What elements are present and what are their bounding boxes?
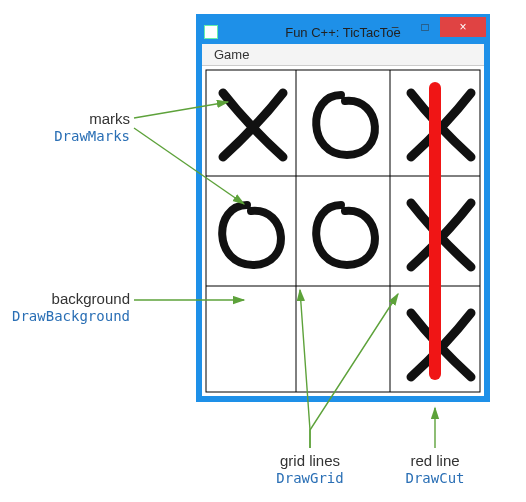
menu-game[interactable]: Game (206, 45, 257, 64)
annot-bg-func: DrawBackground (0, 308, 130, 325)
annot-marks: marks DrawMarks (10, 110, 130, 145)
client-area: Game (202, 44, 484, 396)
annot-gridlines: grid lines DrawGrid (260, 452, 360, 487)
board-svg (202, 66, 484, 396)
annot-grid-label: grid lines (260, 452, 360, 470)
annot-marks-label: marks (10, 110, 130, 128)
close-button[interactable]: × (440, 17, 486, 37)
app-icon (204, 25, 218, 39)
annot-red-label: red line (390, 452, 480, 470)
annot-grid-func: DrawGrid (260, 470, 360, 487)
menu-bar: Game (202, 44, 484, 66)
app-window: Fun C++: TicTacToe – □ × Game (196, 14, 490, 402)
annot-background: background DrawBackground (0, 290, 130, 325)
minimize-button[interactable]: – (380, 17, 410, 37)
annot-red-func: DrawCut (390, 470, 480, 487)
titlebar: Fun C++: TicTacToe – □ × (202, 20, 484, 44)
window-buttons: – □ × (380, 17, 486, 37)
maximize-button[interactable]: □ (410, 17, 440, 37)
annot-marks-func: DrawMarks (10, 128, 130, 145)
annot-redline: red line DrawCut (390, 452, 480, 487)
annot-bg-label: background (0, 290, 130, 308)
game-board (202, 66, 484, 396)
